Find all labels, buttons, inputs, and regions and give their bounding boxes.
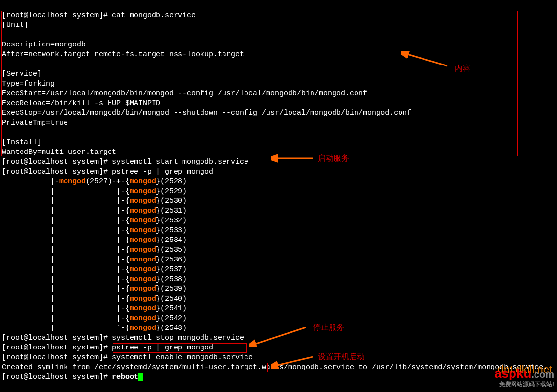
pstree-line: | |-{mongod}(2540)	[2, 295, 187, 303]
pstree-line: | `-{mongod}(2543)	[2, 324, 187, 332]
service-file-line: ExecStop=/usr/local/mongodb/bin/mongod -…	[2, 109, 411, 117]
pstree-line: | |-{mongod}(2531)	[2, 207, 187, 215]
pstree-line: |-mongod(2527)-+-{mongod}(2528)	[2, 177, 187, 186]
service-file-line: ExecReload=/bin/kill -s HUP $MAINPID	[2, 99, 160, 108]
cursor-icon	[138, 373, 143, 381]
prompt: [root@localhost system]#	[2, 334, 112, 342]
service-file-line: Description=mongodb	[2, 41, 86, 49]
command-reboot: reboot	[112, 373, 138, 381]
prompt: [root@localhost system]#	[2, 168, 112, 176]
command-enable: systemctl enable mongodb.service	[112, 353, 253, 362]
pstree-line: | |-{mongod}(2538)	[2, 275, 187, 283]
pstree-line: | |-{mongod}(2532)	[2, 217, 187, 225]
pstree-line: | |-{mongod}(2536)	[2, 256, 187, 264]
terminal-output[interactable]: [root@localhost system]# cat mongodb.ser…	[0, 0, 557, 383]
pstree-line: | |-{mongod}(2542)	[2, 314, 187, 323]
command-stop: systemctl stop mongodb.service	[112, 334, 244, 342]
annotation-stop: 停止服务	[313, 323, 344, 332]
prompt: [root@localhost system]#	[2, 373, 112, 381]
annotation-boot: 设置开机启动	[318, 352, 365, 362]
prompt: [root@localhost system]#	[2, 11, 112, 20]
service-file-line: ExecStart=/usr/local/mongodb/bin/mongod …	[2, 89, 367, 98]
service-file-line: [Unit]	[2, 21, 28, 29]
command-cat: cat mongodb.service	[112, 11, 196, 20]
service-file-line: [Install]	[2, 138, 42, 147]
pstree-line: | |-{mongod}(2539)	[2, 285, 187, 293]
service-file-line: Type=forking	[2, 80, 55, 88]
pstree-line: | |-{mongod}(2537)	[2, 265, 187, 274]
service-file-line: After=network.target remote-fs.target ns…	[2, 50, 244, 59]
annotation-content: 内容	[455, 64, 470, 73]
command-pstree: pstree -p | grep mongod	[112, 168, 213, 176]
service-file-line: PrivateTmp=true	[2, 119, 68, 127]
pstree-line: | |-{mongod}(2529)	[2, 187, 187, 196]
prompt: [root@localhost system]#	[2, 344, 112, 352]
service-file-line: [Service]	[2, 70, 42, 78]
prompt: [root@localhost system]#	[2, 353, 112, 362]
pstree-line: | |-{mongod}(2530)	[2, 197, 187, 205]
pstree-line: | |-{mongod}(2534)	[2, 236, 187, 244]
command-start: systemctl start mongodb.service	[112, 158, 248, 166]
service-file-line: WantedBy=multi-user.target	[2, 148, 116, 156]
command-pstree: pstree -p | grep mongod	[112, 344, 213, 352]
pstree-line: | |-{mongod}(2541)	[2, 305, 187, 313]
pstree-line: | |-{mongod}(2535)	[2, 246, 187, 254]
symlink-output: Created symlink from /etc/systemd/system…	[2, 363, 548, 371]
pstree-line: | |-{mongod}(2533)	[2, 226, 187, 235]
prompt: [root@localhost system]#	[2, 158, 112, 166]
watermark-aspku: aspku.com 免费网站源码下载站!	[494, 369, 554, 389]
annotation-start: 启动服务	[318, 153, 349, 163]
